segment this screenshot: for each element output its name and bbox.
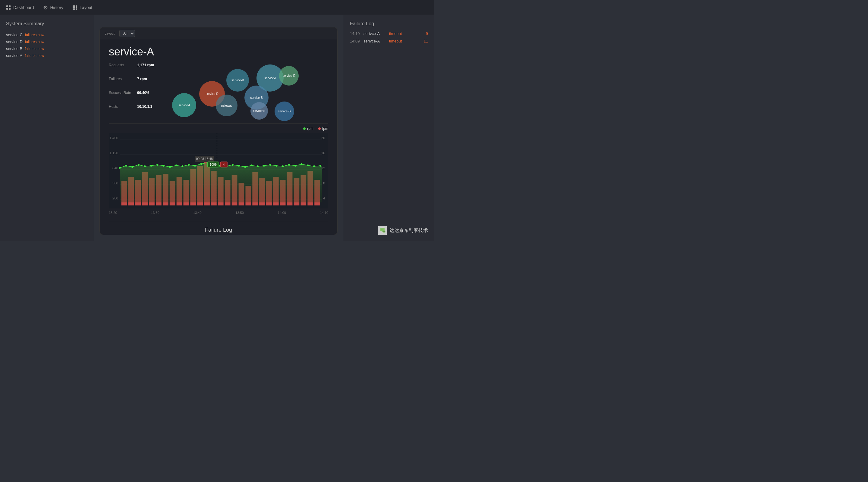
- svg-point-80: [238, 165, 240, 167]
- fl-status: timeout: [389, 39, 407, 43]
- svg-rect-13: [76, 8, 77, 10]
- modal-header-bar: Layout All: [100, 27, 337, 39]
- right-sidebar-title: Failure Log: [350, 21, 428, 27]
- svg-rect-11: [73, 8, 74, 10]
- svg-point-68: [169, 166, 171, 168]
- wechat-icon: [378, 226, 387, 235]
- svg-rect-6: [74, 5, 75, 7]
- svg-point-83: [257, 165, 258, 167]
- status-badge: failures now: [25, 54, 44, 58]
- sidebar-title: System Summary: [6, 21, 87, 27]
- hosts-value: 10.10.1.1: [137, 104, 154, 117]
- legend-fpm-label: fpm: [322, 127, 328, 131]
- x-label-4: 14:00: [278, 211, 286, 215]
- svg-rect-3: [9, 8, 10, 10]
- svg-point-61: [125, 165, 127, 167]
- svg-text:1,400: 1,400: [110, 136, 119, 140]
- requests-value: 1,171 rpm: [137, 63, 154, 75]
- svg-point-89: [294, 165, 296, 167]
- svg-point-93: [319, 165, 321, 167]
- svg-rect-5: [73, 5, 74, 7]
- fl-service: serivce-A: [364, 39, 386, 43]
- svg-point-62: [131, 166, 133, 168]
- watermark-text: 达达京东到家技术: [390, 227, 428, 234]
- list-item[interactable]: service-B failures now: [6, 46, 87, 51]
- svg-rect-2: [6, 8, 8, 10]
- svg-point-65: [150, 165, 152, 167]
- right-sidebar: Failure Log 14:10 serivce-A timeout 9 14…: [344, 15, 434, 241]
- stats-grid: Requests 1,171 rpm Failures 7 rpm Succes…: [109, 63, 154, 117]
- watermark: 达达京东到家技术: [378, 226, 428, 235]
- chart-legend: rpm fpm: [109, 127, 328, 131]
- nav-dashboard[interactable]: Dashboard: [6, 5, 34, 10]
- hosts-label: Hosts: [109, 104, 131, 117]
- svg-point-87: [282, 165, 284, 167]
- x-label-5: 14:10: [320, 211, 328, 215]
- nav-layout-label: Layout: [80, 5, 92, 10]
- modal-card: Layout All service-A Requests 1,171 rpm …: [99, 27, 338, 235]
- left-sidebar: System Summary service-C failures now se…: [0, 15, 93, 241]
- bubble-service-b-top: service-B: [226, 69, 249, 92]
- grid-icon: [6, 5, 11, 10]
- list-item[interactable]: service-A failures now: [6, 53, 87, 58]
- nav-history[interactable]: History: [43, 5, 64, 10]
- modal-content: service-A Requests 1,171 rpm Failures 7 …: [100, 39, 337, 235]
- list-item[interactable]: service-C failures now: [6, 33, 87, 37]
- svg-rect-1: [9, 5, 10, 7]
- layout-icon: [72, 5, 77, 10]
- svg-point-64: [144, 165, 146, 167]
- svg-text:1,120: 1,120: [110, 151, 119, 155]
- bubble-gateway: gateway: [216, 95, 238, 116]
- svg-point-86: [276, 165, 277, 167]
- success-rate-value: 99.40%: [137, 91, 154, 103]
- svg-point-73: [200, 163, 202, 165]
- svg-text:09-28 13:48: 09-28 13:48: [196, 157, 213, 161]
- fpm-dot: [318, 127, 321, 130]
- svg-point-72: [194, 165, 196, 167]
- svg-point-60: [119, 167, 121, 169]
- status-badge: failures now: [25, 33, 44, 37]
- service-name: service-B: [6, 46, 22, 51]
- chart-svg: 1,400 1,120 840 560 280 20 16 12 8 4: [109, 133, 328, 208]
- service-title: service-A: [109, 45, 328, 58]
- bubble-service-vk: service-vk: [250, 102, 268, 120]
- service-name: service-D: [6, 39, 23, 44]
- svg-point-84: [263, 165, 265, 167]
- filter-select[interactable]: All: [119, 30, 135, 37]
- layout-label: Layout: [104, 32, 115, 35]
- svg-rect-12: [74, 8, 75, 10]
- x-label-0: 13:20: [109, 211, 117, 215]
- svg-point-63: [138, 164, 140, 166]
- list-item: 14:09 serivce-A timeout 11: [350, 39, 428, 43]
- requests-label: Requests: [109, 63, 131, 75]
- list-item[interactable]: service-D failures now: [6, 39, 87, 44]
- svg-point-81: [244, 166, 246, 168]
- list-item: 14:10 serivce-A timeout 9: [350, 31, 428, 36]
- success-rate-label: Success Rate: [109, 91, 131, 103]
- nav-layout[interactable]: Layout: [72, 5, 92, 10]
- svg-point-66: [156, 164, 158, 166]
- top-nav: Dashboard History Layout: [0, 0, 434, 15]
- bubble-service-i-mid: service-I: [172, 93, 196, 117]
- svg-rect-9: [74, 7, 75, 8]
- svg-text:840: 840: [113, 166, 118, 170]
- bubble-service-b-btm: service-B: [275, 101, 294, 121]
- failure-log-list: 14:10 serivce-A timeout 9 14:09 serivce-…: [350, 31, 428, 43]
- chart-svg-wrapper: 1,400 1,120 840 560 280 20 16 12 8 4: [109, 133, 328, 216]
- svg-point-92: [313, 165, 315, 167]
- bubbles-container: service-I service-B service-E service-D …: [163, 63, 328, 123]
- legend-fpm: fpm: [318, 127, 328, 131]
- svg-rect-0: [6, 5, 8, 7]
- fl-count: 11: [424, 39, 428, 43]
- status-badge: failures now: [25, 40, 44, 44]
- service-name: service-C: [6, 33, 23, 37]
- rpm-dot: [303, 127, 306, 130]
- svg-point-67: [163, 165, 164, 167]
- nav-history-label: History: [50, 5, 64, 10]
- svg-point-90: [301, 163, 302, 165]
- center-panel: Layout All service-A Requests 1,171 rpm …: [93, 15, 344, 241]
- svg-rect-8: [73, 7, 74, 8]
- legend-rpm: rpm: [303, 127, 313, 131]
- nav-dashboard-label: Dashboard: [13, 5, 34, 10]
- bubble-service-e: service-E: [279, 66, 299, 86]
